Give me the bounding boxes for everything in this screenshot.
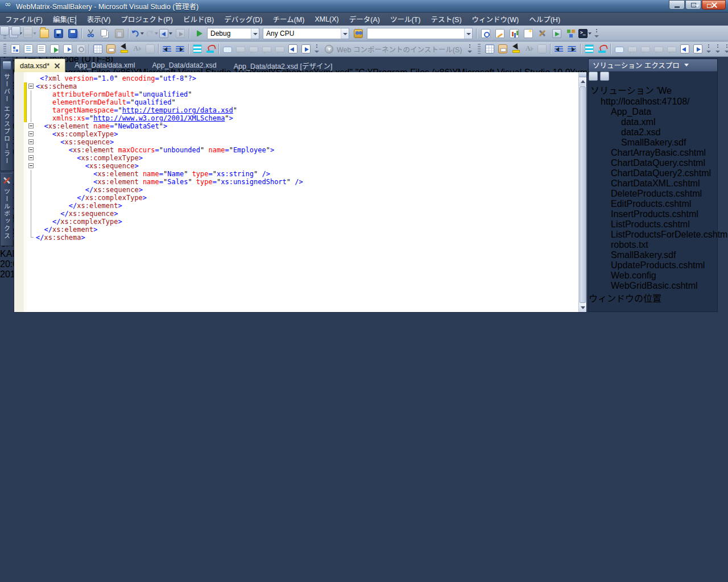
copy-button[interactable] xyxy=(98,27,111,40)
chevron-down-icon[interactable] xyxy=(464,28,472,39)
menu-item[interactable]: ファイル(F) xyxy=(0,13,48,26)
tree-item[interactable]: WebGridBasic.cshtml xyxy=(589,281,717,291)
doc-tab[interactable]: App_Data/data2.xsd xyxy=(144,59,224,72)
code-line[interactable]: </xs:complexType> xyxy=(14,194,586,202)
open-file-button[interactable] xyxy=(38,27,51,40)
window-position-button[interactable] xyxy=(681,60,692,70)
menu-item[interactable]: ビルド(B) xyxy=(178,13,219,26)
undo-button[interactable] xyxy=(131,27,144,40)
splitter-handle[interactable] xyxy=(579,72,586,77)
solution-explorer-titlebar[interactable]: ソリューション エクスプロー… xyxy=(589,59,717,72)
code-line[interactable]: targetNamespace="http://tempuri.org/data… xyxy=(14,106,586,114)
menu-item[interactable]: ツール(T) xyxy=(385,13,425,26)
tree-item[interactable]: ChartDataQuery2.cshtml xyxy=(589,168,717,178)
menu-item[interactable]: ヘルプ(H) xyxy=(524,13,565,26)
toolbar-overflow-button[interactable] xyxy=(467,43,473,55)
bm-import-button[interactable] xyxy=(287,43,299,55)
chevron-down-icon[interactable] xyxy=(251,28,259,39)
report-button[interactable] xyxy=(507,27,520,40)
run-query-button[interactable] xyxy=(48,43,60,55)
doc-outline-button[interactable] xyxy=(35,43,47,55)
code-line[interactable]: <xs:schema xyxy=(14,82,586,90)
tree-item[interactable]: UpdateProducts.cshtml xyxy=(589,260,717,271)
highlight-button[interactable] xyxy=(191,43,203,55)
highlight-button[interactable] xyxy=(583,43,595,55)
find-button[interactable] xyxy=(351,27,365,40)
tree-item[interactable]: data2.xsd xyxy=(589,127,717,138)
code-line[interactable]: <xs:element maxOccurs="unbounded" name="… xyxy=(14,146,586,154)
link-button[interactable] xyxy=(105,43,117,55)
window-titlebar[interactable]: WebMatrix-SmallBakery - Microsoft Visual… xyxy=(0,0,728,13)
code-line[interactable]: <xs:complexType> xyxy=(14,130,586,138)
indent-inc-button[interactable] xyxy=(566,43,578,55)
indent-dec-button[interactable] xyxy=(553,43,565,55)
toolbar-overflow-button[interactable] xyxy=(724,43,728,55)
tree-item[interactable]: EditProducts.cshtml xyxy=(589,199,717,209)
start-debugging-button[interactable] xyxy=(192,27,205,40)
clear-format-button[interactable] xyxy=(204,43,216,55)
tree-item[interactable]: ListProductsForDelete.cshtml xyxy=(589,230,717,240)
code-line[interactable]: elementFormDefault="qualified" xyxy=(14,98,586,106)
tree-item[interactable]: SmallBakery.sdf xyxy=(589,138,717,148)
nav-back-button[interactable] xyxy=(159,27,172,40)
search-combobox[interactable] xyxy=(367,28,473,39)
editor-scrollbar[interactable] xyxy=(578,72,586,312)
table-button[interactable] xyxy=(92,43,104,55)
cursor-button[interactable] xyxy=(118,43,130,55)
menu-item[interactable]: データ(A) xyxy=(344,13,385,26)
table-button[interactable] xyxy=(483,43,495,55)
save-button[interactable] xyxy=(52,27,65,40)
code-line[interactable]: <xs:complexType> xyxy=(14,154,586,162)
fold-collapse-icon[interactable] xyxy=(28,163,34,168)
code-line[interactable]: </xs:element> xyxy=(14,226,586,234)
xml-editor[interactable]: <?xml version="1.0" encoding="utf-8"?><x… xyxy=(14,72,587,313)
menu-item[interactable]: プロジェクト(P) xyxy=(115,13,178,26)
clear-format-button[interactable] xyxy=(596,43,608,55)
menu-item[interactable]: テスト(S) xyxy=(425,13,466,26)
toolbar-grip[interactable] xyxy=(478,44,481,54)
tree-item[interactable]: App_Data xyxy=(589,107,717,117)
cursor-button[interactable] xyxy=(510,43,522,55)
tree-item[interactable]: DeleteProducts.cshtml xyxy=(589,189,717,199)
tree-item[interactable]: ListProducts.cshtml xyxy=(589,219,717,230)
toolbar-overflow-button[interactable] xyxy=(715,43,721,55)
command-window-button[interactable] xyxy=(578,27,592,40)
bm-import-button[interactable] xyxy=(679,43,690,55)
window-position-button[interactable] xyxy=(692,1,702,11)
export-button[interactable] xyxy=(550,27,563,40)
close-panel-button[interactable] xyxy=(705,60,715,70)
xsd-diagram-button[interactable] xyxy=(9,43,21,55)
tree-item[interactable]: Web.config xyxy=(589,271,717,281)
doc-tab[interactable]: data.xsd* xyxy=(14,59,65,72)
code-line[interactable]: <?xml version="1.0" encoding="utf-8"?> xyxy=(14,74,586,82)
fold-collapse-icon[interactable] xyxy=(28,139,34,144)
tree-item[interactable]: ChartDataXML.cshtml xyxy=(589,178,717,189)
find-symbol-button[interactable] xyxy=(479,27,492,40)
toolbar-grip[interactable] xyxy=(3,44,6,54)
edit-code-button[interactable] xyxy=(493,27,506,40)
properties-button[interactable] xyxy=(589,73,598,82)
scroll-up-button[interactable] xyxy=(579,77,586,86)
doc-export-button[interactable] xyxy=(61,43,73,55)
toolbar-overflow-button[interactable] xyxy=(706,43,712,55)
tree-item[interactable]: InsertProducts.cshtml xyxy=(589,209,717,219)
tree-item[interactable]: SmallBakery.sdf xyxy=(589,250,717,260)
scrollbar-thumb[interactable] xyxy=(580,86,586,303)
tree-item[interactable]: ChartDataQuery.cshtml xyxy=(589,158,717,168)
close-panel-button[interactable] xyxy=(715,1,726,11)
cpu-combobox[interactable]: Any CPU xyxy=(263,28,349,39)
menu-item[interactable]: デバッグ(D) xyxy=(219,13,267,26)
code-line[interactable]: </xs:sequence> xyxy=(14,210,586,218)
tree-item[interactable]: ChartArrayBasic.cshtml xyxy=(589,148,717,158)
code-line[interactable]: <xs:sequence> xyxy=(14,138,586,146)
bm-export-button[interactable] xyxy=(300,43,312,55)
debug-combobox[interactable]: Debug xyxy=(207,28,259,39)
fold-collapse-icon[interactable] xyxy=(28,155,34,160)
toolbar-overflow-button[interactable] xyxy=(594,28,599,39)
side-tab[interactable]: ツールボックス xyxy=(0,173,13,246)
tree-item[interactable]: data.xml xyxy=(589,117,717,127)
save-all-button[interactable] xyxy=(66,27,79,40)
pin-button[interactable] xyxy=(693,60,704,70)
tree-item[interactable]: ソリューション 'We xyxy=(589,83,717,97)
new-folder-button[interactable] xyxy=(600,73,609,82)
